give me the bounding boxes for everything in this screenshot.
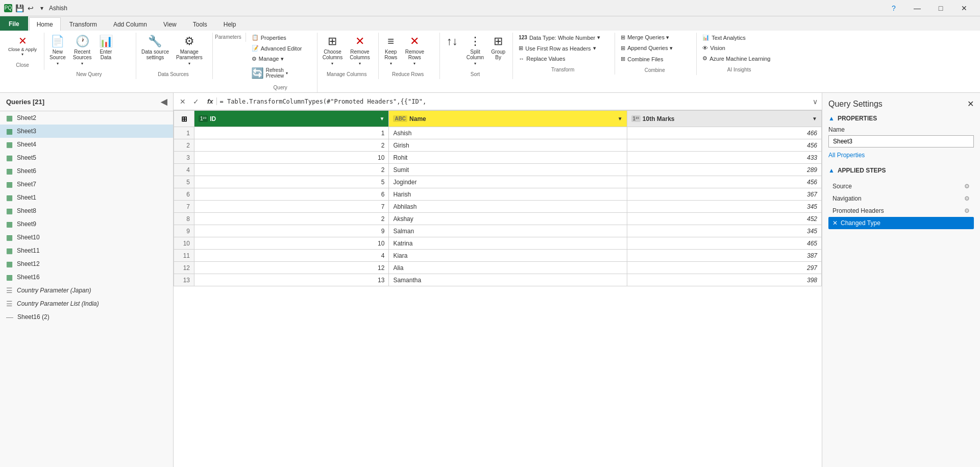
enter-data-button[interactable]: 📊 EnterData (95, 33, 116, 62)
refresh-preview-button[interactable]: 🔄 RefreshPreview ▾ (248, 65, 291, 81)
combine-files-button[interactable]: ⊞ Combine Files (617, 54, 692, 64)
group-by-label: GroupBy (491, 49, 505, 60)
dropdown-icon[interactable]: ▾ (38, 4, 46, 12)
sidebar-item-sheet12[interactable]: ▦ Sheet12 (0, 257, 173, 271)
id-filter-button[interactable]: ▼ (380, 116, 385, 121)
maximize-button[interactable]: □ (929, 0, 952, 16)
sidebar-item-sheet16-2[interactable]: — Sheet16 (2) (0, 310, 173, 324)
advanced-editor-button[interactable]: 📝 Advanced Editor (248, 43, 306, 53)
sidebar-item-country-param-list[interactable]: ☰ Country Parameter List (India) (0, 297, 173, 310)
choose-columns-button[interactable]: ⊞ ChooseColumns ▾ (320, 33, 346, 68)
data-type-button[interactable]: 123 Data Type: Whole Number ▾ (515, 33, 610, 42)
sidebar-item-sheet1[interactable]: ▦ Sheet1 (0, 191, 173, 204)
table-row[interactable]: 1 1 Ashish 466 (174, 127, 822, 139)
table-row[interactable]: 10 10 Katrina 465 (174, 237, 822, 250)
keep-rows-button[interactable]: ≡ KeepRows ▾ (381, 33, 401, 68)
sidebar-toggle-button[interactable]: ◀ (161, 97, 167, 107)
manage-button[interactable]: ⚙ Manage ▾ (248, 54, 287, 64)
group-by-button[interactable]: ⊞ GroupBy (488, 33, 508, 62)
step-navigation[interactable]: Navigation ⚙ (828, 192, 974, 205)
table-row[interactable]: 6 6 Harish 367 (174, 188, 822, 201)
sidebar-item-sheet9[interactable]: ▦ Sheet9 (0, 217, 173, 231)
query-name-input[interactable] (828, 135, 974, 148)
use-first-row-button[interactable]: ⊞ Use First Row as Headers ▾ (515, 43, 610, 53)
table-selector-icon[interactable]: ⊞ (181, 115, 187, 123)
table-row[interactable]: 8 2 Akshay 452 (174, 213, 822, 225)
azure-ml-button[interactable]: ⚙ Azure Machine Learning (699, 54, 779, 63)
step-promoted-headers-gear-icon[interactable]: ⚙ (964, 207, 970, 214)
remove-columns-button[interactable]: ✕ RemoveColumns ▾ (347, 33, 373, 68)
table-row[interactable]: 4 2 Sumit 289 (174, 164, 822, 176)
properties-button[interactable]: 📋 Properties (248, 33, 290, 42)
tab-view[interactable]: View (156, 17, 184, 31)
help-icon[interactable]: ? (882, 0, 905, 16)
sidebar-item-sheet11[interactable]: ▦ Sheet11 (0, 244, 173, 257)
table-row[interactable]: 7 7 Abhilash 345 (174, 201, 822, 213)
sidebar-item-sheet2[interactable]: ▦ Sheet2 (0, 111, 173, 125)
sidebar-item-sheet6[interactable]: ▦ Sheet6 (0, 164, 173, 178)
table-row[interactable]: 12 12 Alia 297 (174, 262, 822, 274)
sidebar-item-sheet8[interactable]: ▦ Sheet8 (0, 204, 173, 217)
all-properties-link[interactable]: All Properties (828, 152, 974, 159)
remove-rows-button[interactable]: ✕ RemoveRows ▾ (402, 33, 427, 68)
step-promoted-headers[interactable]: Promoted Headers ⚙ (828, 205, 974, 217)
sort-button[interactable]: ↑↓ (442, 33, 462, 50)
tab-add-column[interactable]: Add Column (106, 17, 155, 31)
formula-expand-button[interactable]: ∨ (813, 97, 818, 106)
data-source-settings-button[interactable]: 🔧 Data sourcesettings (138, 33, 172, 62)
step-source-gear-icon[interactable]: ⚙ (964, 183, 970, 190)
table-row[interactable]: 3 10 Rohit 433 (174, 152, 822, 164)
split-column-button[interactable]: ⋮ SplitColumn ▾ (463, 33, 487, 68)
tab-help[interactable]: Help (216, 17, 244, 31)
step-changed-type[interactable]: ✕ Changed Type (828, 217, 974, 229)
manage-parameters-button[interactable]: ⚙ ManageParameters ▾ (173, 33, 206, 68)
table-row[interactable]: 5 5 Joginder 456 (174, 176, 822, 188)
minimize-button[interactable]: — (905, 0, 929, 16)
advanced-editor-icon: 📝 (252, 45, 259, 52)
sidebar-item-country-param[interactable]: ☰ Country Parameter (Japan) (0, 284, 173, 297)
column-header-marks[interactable]: 1²³ 10th Marks ▼ (627, 111, 821, 127)
undo-icon[interactable]: ↩ (27, 4, 35, 12)
data-source-settings-label: Data sourcesettings (141, 49, 169, 60)
table-row[interactable]: 2 2 Girish 456 (174, 139, 822, 152)
replace-values-button[interactable]: ↔ Replace Values (515, 54, 610, 63)
query-settings-close-button[interactable]: ✕ (967, 99, 974, 109)
tab-transform[interactable]: Transform (62, 17, 105, 31)
close-button[interactable]: ✕ (952, 0, 976, 16)
recent-sources-button[interactable]: 🕐 RecentSources ▾ (70, 33, 95, 68)
sidebar-item-sheet7[interactable]: ▦ Sheet7 (0, 178, 173, 191)
window-controls[interactable]: ? — □ ✕ (882, 0, 976, 16)
sidebar-item-sheet10[interactable]: ▦ Sheet10 (0, 231, 173, 244)
tab-tools[interactable]: Tools (185, 17, 215, 31)
tab-home[interactable]: Home (29, 17, 61, 31)
table-row[interactable]: 13 13 Samantha 398 (174, 274, 822, 286)
name-filter-button[interactable]: ▼ (618, 116, 623, 121)
step-source[interactable]: Source ⚙ (828, 180, 974, 192)
enter-data-label: EnterData (100, 49, 112, 60)
step-changed-type-x-icon[interactable]: ✕ (832, 219, 838, 227)
save-icon[interactable]: 💾 (15, 4, 23, 12)
sidebar-item-sheet16[interactable]: ▦ Sheet16 (0, 271, 173, 284)
column-header-id[interactable]: 1²³ ID ▼ (194, 111, 389, 127)
data-grid[interactable]: ⊞ 1²³ ID ▼ (174, 110, 822, 467)
append-queries-button[interactable]: ⊞ Append Queries ▾ (617, 43, 692, 53)
table-row[interactable]: 11 4 Kiara 387 (174, 250, 822, 262)
sidebar-item-sheet3[interactable]: ▦ Sheet3 (0, 125, 173, 138)
formula-input[interactable] (220, 98, 810, 105)
marks-filter-button[interactable]: ▼ (812, 116, 817, 121)
formula-cancel-button[interactable]: ✕ (178, 96, 188, 107)
sidebar-item-sheet5[interactable]: ▦ Sheet5 (0, 151, 173, 164)
sidebar-item-sheet4[interactable]: ▦ Sheet4 (0, 138, 173, 151)
new-source-button[interactable]: 📄 NewSource ▾ (46, 33, 69, 68)
text-analytics-button[interactable]: 📊 Text Analytics (699, 33, 779, 42)
close-apply-button[interactable]: ✕ Close & Apply ▾ (5, 33, 40, 59)
sidebar-item-label: Sheet12 (17, 260, 40, 267)
vision-button[interactable]: 👁 Vision (699, 43, 779, 53)
column-header-name[interactable]: ABC Name ▼ (389, 111, 627, 127)
tab-file[interactable]: File (0, 16, 28, 31)
row-number: 13 (174, 274, 194, 286)
merge-queries-button[interactable]: ⊞ Merge Queries ▾ (617, 33, 692, 42)
step-navigation-gear-icon[interactable]: ⚙ (964, 195, 970, 202)
formula-confirm-button[interactable]: ✓ (191, 96, 201, 107)
table-row[interactable]: 9 9 Salman 345 (174, 225, 822, 237)
